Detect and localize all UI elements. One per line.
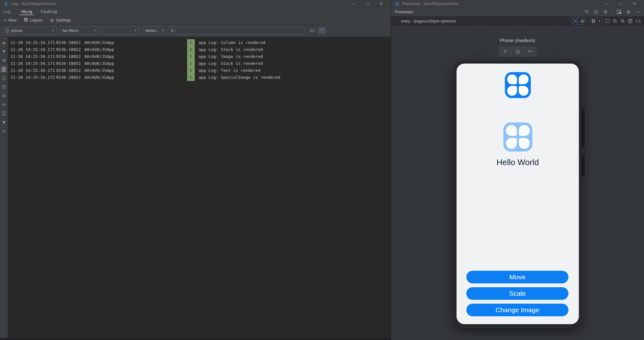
entry-bar: entry : /pages/uiStyle-optimize	[391, 16, 644, 26]
close-icon[interactable]: ✕	[628, 0, 641, 7]
settings-button[interactable]: ⚙ Settings	[50, 18, 71, 22]
filter-select[interactable]: No filters ▼	[60, 27, 99, 35]
fit-to-screen-icon[interactable]	[628, 19, 633, 23]
scroll-down-icon[interactable]	[1, 48, 7, 55]
regex-button[interactable]: .*	[318, 27, 326, 34]
text-size-icon[interactable]: Tt	[584, 9, 589, 15]
desktop: Log - docsRequirements ─ □ ✕ Log: HiLog …	[0, 0, 644, 340]
filter-funnel-icon[interactable]	[1, 119, 7, 126]
chevron-down-icon: ▼	[159, 29, 164, 32]
window-title: Log - docsRequirements	[11, 1, 56, 6]
window-title: Previewer - docsRequirements	[402, 1, 458, 6]
hello-world-text: Hello World	[457, 158, 579, 167]
zoom-ratio-label[interactable]: 1:1	[635, 19, 641, 23]
hide-panel-icon[interactable]: ─	[635, 9, 641, 15]
log-row[interactable]: 11-28 14:25:34.171 9536-18852 A0c0d0/JSA…	[8, 67, 391, 74]
chevron-down-icon: ▼	[91, 29, 96, 32]
maximize-icon[interactable]: □	[360, 0, 374, 7]
deveco-logo-icon	[4, 1, 9, 6]
panel-layout-icon[interactable]	[616, 9, 622, 15]
previewer-panelbar: Previewer Tt ⚙ ─	[391, 8, 644, 16]
log-level-badge: I	[187, 53, 195, 60]
more-options-button[interactable]: •••	[524, 46, 537, 57]
refresh-icon[interactable]	[593, 9, 599, 15]
soft-wrap-icon[interactable]	[1, 57, 7, 64]
match-case-button[interactable]: Cc	[309, 28, 316, 34]
components-grid-icon[interactable]	[592, 19, 596, 23]
deveco-logo-icon	[395, 1, 400, 6]
component-grid-group: ▼	[590, 18, 602, 24]
phone-device-frame: Hello World Move Scale Change Image	[453, 60, 582, 328]
clear-log-icon[interactable]	[1, 84, 7, 90]
zoom-in-icon[interactable]	[620, 19, 625, 23]
log-tabbar: Log: HiLog FaultLog	[0, 8, 391, 16]
search-history-arrow-icon[interactable]: ▾	[175, 29, 176, 32]
inspector-toggle-group	[571, 17, 587, 25]
search-icon	[170, 28, 175, 33]
log-tabs-label: Log:	[3, 9, 11, 14]
log-search-box: ▾	[167, 27, 305, 35]
app-button-stack: Move Scale Change Image	[466, 271, 568, 316]
log-level-badge: I	[187, 39, 195, 46]
clover-app-icon	[505, 72, 531, 98]
inspect-icon[interactable]	[573, 19, 578, 23]
clover-image-faded	[503, 122, 532, 151]
log-window: Log - docsRequirements ─ □ ✕ Log: HiLog …	[0, 0, 391, 340]
previewer-titlebar: Previewer - docsRequirements ─ □ ✕	[391, 0, 644, 8]
power-key	[582, 155, 585, 177]
device-label: Phone (medium)	[391, 38, 644, 43]
chevron-down-icon: ▼	[132, 29, 137, 32]
previewer-window: Previewer - docsRequirements ─ □ ✕ Previ…	[391, 0, 644, 340]
log-level-badge: I	[187, 74, 195, 81]
layout-button[interactable]: Layout	[24, 18, 42, 22]
window-bottom-edge	[0, 338, 391, 340]
close-panel-icon[interactable]: ✕	[1, 128, 7, 134]
log-titlebar: Log - docsRequirements ─ □ ✕	[0, 0, 391, 8]
log-row[interactable]: 11-28 14:25:34.171 9536-18852 A0c0d0/JSA…	[8, 46, 391, 53]
tab-hilog[interactable]: HiLog	[17, 8, 36, 15]
volume-key	[582, 108, 585, 148]
change-image-button[interactable]: Change Image	[466, 304, 568, 316]
log-rows: 11-28 14:25:34.171 9536-18852 A0c0d0/JSA…	[8, 37, 391, 338]
entry-path: entry : /pages/uiStyle-optimize	[401, 19, 456, 23]
back-button[interactable]	[499, 46, 511, 57]
scroll-up-icon[interactable]	[1, 40, 7, 46]
close-icon[interactable]: ✕	[374, 0, 388, 7]
minimize-icon[interactable]: ─	[347, 0, 360, 7]
move-button[interactable]: Move	[466, 271, 568, 283]
zoom-out-icon[interactable]	[613, 19, 617, 23]
rotate-device-button[interactable]	[511, 46, 524, 57]
maximize-icon[interactable]: □	[614, 0, 628, 7]
custom-filter-select[interactable]: ▼	[102, 27, 139, 35]
log-level-select[interactable]: Verbo... ▼	[143, 27, 163, 35]
plug-icon[interactable]	[603, 9, 608, 15]
device-phone-icon[interactable]	[1, 110, 7, 117]
log-row[interactable]: 11-28 14:25:34.171 9536-18852 A0c0d0/JSA…	[8, 53, 391, 60]
save-log-icon[interactable]	[1, 102, 7, 108]
log-row[interactable]: 11-28 14:25:34.171 9536-18852 A0c0d0/JSA…	[8, 60, 391, 67]
phone-screen: Hello World Move Scale Change Image	[457, 64, 579, 324]
log-level-badge: I	[187, 60, 195, 67]
screenshot-camera-icon[interactable]	[1, 93, 7, 99]
phone-icon	[5, 28, 9, 33]
settings-gear-icon[interactable]: ⚙	[626, 9, 631, 15]
new-button[interactable]: + New	[4, 18, 16, 22]
restart-session-icon[interactable]	[1, 75, 7, 81]
chevron-down-icon: ▼	[49, 29, 54, 32]
layout-grid-icon	[24, 18, 28, 22]
chevron-down-icon[interactable]: ▼	[598, 20, 600, 22]
log-gutter-toolbar: ✕	[0, 37, 8, 338]
minimize-icon[interactable]: ─	[600, 0, 614, 7]
layers-icon[interactable]	[580, 19, 585, 23]
divider	[612, 9, 612, 15]
device-select[interactable]: phone ▼	[3, 27, 57, 35]
tab-faultlog[interactable]: FaultLog	[36, 8, 61, 15]
log-row[interactable]: 11-28 14:25:34.172 9536-18852 A0c0d0/JSA…	[8, 74, 391, 81]
scroll-to-end-icon[interactable]	[1, 66, 7, 72]
log-toolbar: + New Layout ⚙ Settings	[0, 16, 391, 25]
log-level-badge: I	[187, 67, 195, 74]
frame-select-icon[interactable]	[605, 19, 610, 23]
scale-button[interactable]: Scale	[466, 287, 568, 300]
search-input[interactable]	[177, 28, 302, 33]
log-row[interactable]: 11-28 14:25:34.171 9536-18852 A0c0d0/JSA…	[8, 39, 391, 46]
